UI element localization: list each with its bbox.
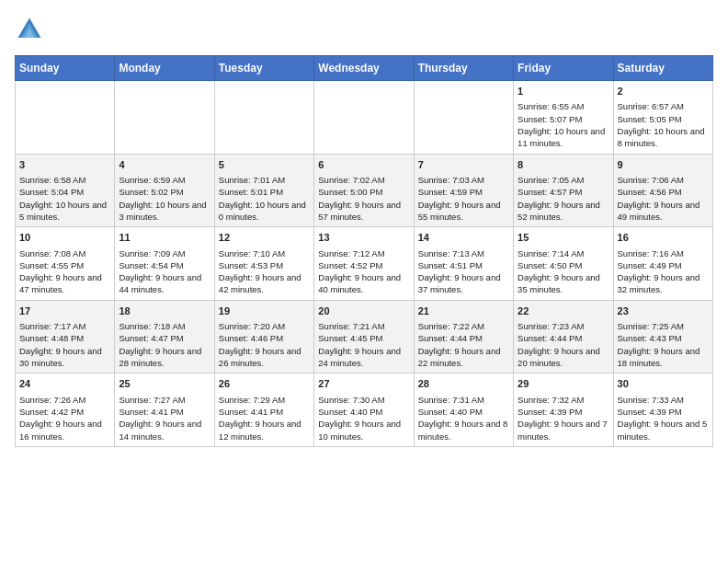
day-number: 27 [318,377,409,391]
day-info: Sunrise: 7:16 AM Sunset: 4:49 PM Dayligh… [618,247,709,296]
day-info: Sunrise: 7:17 AM Sunset: 4:48 PM Dayligh… [19,320,110,369]
day-number: 11 [119,231,210,245]
weekday-header-friday: Friday [514,56,613,81]
weekday-header-tuesday: Tuesday [214,56,313,81]
day-info: Sunrise: 7:05 AM Sunset: 4:57 PM Dayligh… [518,174,609,223]
calendar-cell: 3Sunrise: 6:58 AM Sunset: 5:04 PM Daylig… [16,154,115,227]
calendar-cell: 22Sunrise: 7:23 AM Sunset: 4:44 PM Dayli… [514,300,613,373]
day-info: Sunrise: 7:33 AM Sunset: 4:39 PM Dayligh… [618,394,709,442]
calendar-cell [16,81,115,155]
day-info: Sunrise: 7:25 AM Sunset: 4:43 PM Dayligh… [618,320,709,369]
day-info: Sunrise: 7:20 AM Sunset: 4:46 PM Dayligh… [219,320,310,369]
calendar-cell: 23Sunrise: 7:25 AM Sunset: 4:43 PM Dayli… [613,300,712,373]
day-number: 24 [19,377,110,391]
calendar-table: SundayMondayTuesdayWednesdayThursdayFrid… [15,55,713,447]
calendar-cell: 18Sunrise: 7:18 AM Sunset: 4:47 PM Dayli… [115,300,214,373]
weekday-header-saturday: Saturday [613,56,712,81]
calendar-cell: 24Sunrise: 7:26 AM Sunset: 4:42 PM Dayli… [16,373,115,447]
day-info: Sunrise: 6:57 AM Sunset: 5:05 PM Dayligh… [618,100,709,149]
calendar-cell: 12Sunrise: 7:10 AM Sunset: 4:53 PM Dayli… [214,227,313,301]
calendar-cell: 26Sunrise: 7:29 AM Sunset: 4:41 PM Dayli… [214,373,313,447]
day-info: Sunrise: 7:29 AM Sunset: 4:41 PM Dayligh… [219,394,310,442]
day-info: Sunrise: 7:01 AM Sunset: 5:01 PM Dayligh… [219,174,310,223]
calendar-cell: 2Sunrise: 6:57 AM Sunset: 5:05 PM Daylig… [613,81,712,155]
calendar-cell: 15Sunrise: 7:14 AM Sunset: 4:50 PM Dayli… [514,227,613,301]
day-number: 17 [19,304,110,318]
day-number: 30 [618,377,709,391]
page-header [15,15,713,44]
calendar-cell: 9Sunrise: 7:06 AM Sunset: 4:56 PM Daylig… [613,154,712,227]
day-info: Sunrise: 7:10 AM Sunset: 4:53 PM Dayligh… [219,247,310,296]
day-number: 9 [618,158,709,172]
day-info: Sunrise: 7:14 AM Sunset: 4:50 PM Dayligh… [518,247,609,296]
calendar-cell: 16Sunrise: 7:16 AM Sunset: 4:49 PM Dayli… [613,227,712,301]
day-number: 1 [518,85,609,98]
calendar-cell: 29Sunrise: 7:32 AM Sunset: 4:39 PM Dayli… [514,373,613,447]
day-number: 13 [318,231,409,245]
day-info: Sunrise: 7:12 AM Sunset: 4:52 PM Dayligh… [318,247,409,296]
day-info: Sunrise: 7:08 AM Sunset: 4:55 PM Dayligh… [19,247,110,296]
day-number: 28 [418,377,509,391]
calendar-cell: 10Sunrise: 7:08 AM Sunset: 4:55 PM Dayli… [16,227,115,301]
calendar-cell: 17Sunrise: 7:17 AM Sunset: 4:48 PM Dayli… [16,300,115,373]
day-info: Sunrise: 7:21 AM Sunset: 4:45 PM Dayligh… [318,320,409,369]
day-info: Sunrise: 7:31 AM Sunset: 4:40 PM Dayligh… [418,394,509,442]
weekday-header-wednesday: Wednesday [314,56,414,81]
logo-icon [15,15,44,44]
calendar-cell: 21Sunrise: 7:22 AM Sunset: 4:44 PM Dayli… [414,300,513,373]
calendar-cell: 8Sunrise: 7:05 AM Sunset: 4:57 PM Daylig… [514,154,613,227]
day-info: Sunrise: 6:58 AM Sunset: 5:04 PM Dayligh… [19,174,110,223]
weekday-header-monday: Monday [115,56,214,81]
day-number: 10 [19,231,110,245]
day-number: 4 [119,158,210,172]
calendar-cell: 4Sunrise: 6:59 AM Sunset: 5:02 PM Daylig… [115,154,214,227]
calendar-cell: 20Sunrise: 7:21 AM Sunset: 4:45 PM Dayli… [314,300,414,373]
day-info: Sunrise: 7:26 AM Sunset: 4:42 PM Dayligh… [19,394,110,442]
day-number: 16 [618,231,709,245]
day-info: Sunrise: 7:06 AM Sunset: 4:56 PM Dayligh… [618,174,709,223]
day-info: Sunrise: 7:18 AM Sunset: 4:47 PM Dayligh… [119,320,210,369]
calendar-cell: 13Sunrise: 7:12 AM Sunset: 4:52 PM Dayli… [314,227,414,301]
day-number: 29 [518,377,609,391]
day-number: 22 [518,304,609,318]
day-info: Sunrise: 7:23 AM Sunset: 4:44 PM Dayligh… [518,320,609,369]
calendar-cell: 7Sunrise: 7:03 AM Sunset: 4:59 PM Daylig… [414,154,513,227]
day-number: 2 [618,85,709,98]
day-info: Sunrise: 6:59 AM Sunset: 5:02 PM Dayligh… [119,174,210,223]
calendar-cell: 25Sunrise: 7:27 AM Sunset: 4:41 PM Dayli… [115,373,214,447]
day-info: Sunrise: 7:02 AM Sunset: 5:00 PM Dayligh… [318,174,409,223]
calendar-cell: 28Sunrise: 7:31 AM Sunset: 4:40 PM Dayli… [414,373,513,447]
day-number: 7 [418,158,509,172]
calendar-cell: 1Sunrise: 6:55 AM Sunset: 5:07 PM Daylig… [514,81,613,155]
day-number: 15 [518,231,609,245]
day-info: Sunrise: 7:30 AM Sunset: 4:40 PM Dayligh… [318,394,409,442]
day-number: 21 [418,304,509,318]
day-info: Sunrise: 7:03 AM Sunset: 4:59 PM Dayligh… [418,174,509,223]
day-info: Sunrise: 7:09 AM Sunset: 4:54 PM Dayligh… [119,247,210,296]
calendar-cell: 27Sunrise: 7:30 AM Sunset: 4:40 PM Dayli… [314,373,414,447]
day-info: Sunrise: 7:22 AM Sunset: 4:44 PM Dayligh… [418,320,509,369]
day-number: 3 [19,158,110,172]
calendar-cell: 14Sunrise: 7:13 AM Sunset: 4:51 PM Dayli… [414,227,513,301]
day-number: 8 [518,158,609,172]
day-number: 20 [318,304,409,318]
calendar-cell: 11Sunrise: 7:09 AM Sunset: 4:54 PM Dayli… [115,227,214,301]
calendar-cell [414,81,513,155]
day-info: Sunrise: 7:27 AM Sunset: 4:41 PM Dayligh… [119,394,210,442]
day-info: Sunrise: 7:13 AM Sunset: 4:51 PM Dayligh… [418,247,509,296]
day-number: 19 [219,304,310,318]
logo [15,15,48,44]
day-info: Sunrise: 6:55 AM Sunset: 5:07 PM Dayligh… [518,100,609,149]
weekday-header-thursday: Thursday [414,56,513,81]
calendar-cell: 5Sunrise: 7:01 AM Sunset: 5:01 PM Daylig… [214,154,313,227]
day-number: 5 [219,158,310,172]
day-number: 6 [318,158,409,172]
weekday-header-sunday: Sunday [16,56,115,81]
day-number: 12 [219,231,310,245]
calendar-cell [314,81,414,155]
day-number: 26 [219,377,310,391]
day-info: Sunrise: 7:32 AM Sunset: 4:39 PM Dayligh… [518,394,609,442]
day-number: 23 [618,304,709,318]
calendar-cell [115,81,214,155]
day-number: 14 [418,231,509,245]
